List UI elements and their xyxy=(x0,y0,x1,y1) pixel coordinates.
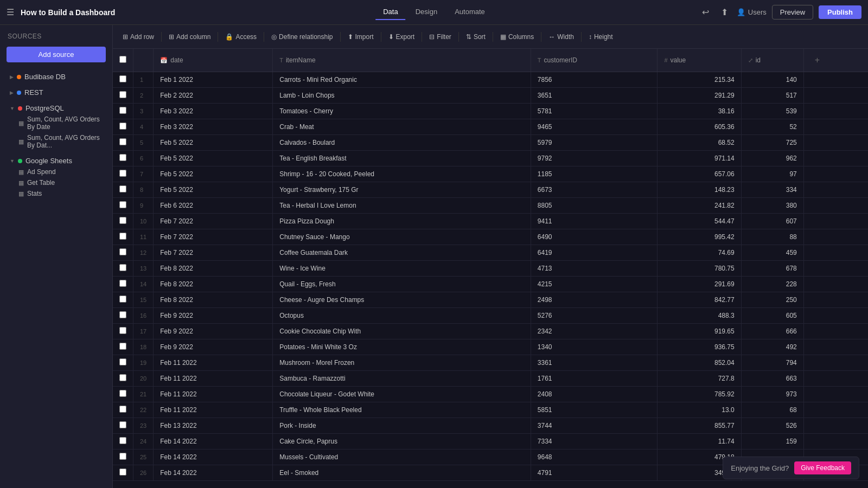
sidebar-item-pg2[interactable]: ▦ Sum, Count, AVG Orders By Dat... xyxy=(7,132,106,151)
row-checkbox-cell[interactable] xyxy=(113,434,133,450)
row-checkbox-cell[interactable] xyxy=(113,277,133,292)
table-row[interactable]: 21 Feb 11 2022 Chocolate Liqueur - Godet… xyxy=(113,387,868,402)
tab-data[interactable]: Data xyxy=(375,4,405,20)
table-row[interactable]: 9 Feb 6 2022 Tea - Herbal I Love Lemon 8… xyxy=(113,198,868,214)
col-id[interactable]: ⤢ id xyxy=(741,49,803,72)
table-wrapper[interactable]: 📅 date T itemName T xyxy=(113,49,868,488)
sidebar-item-adspend[interactable]: ▦ Ad Spend xyxy=(7,166,106,177)
add-source-button[interactable]: Add source xyxy=(7,47,106,62)
sidebar-item-pg1[interactable]: ▦ Sum, Count, AVG Orders By Date xyxy=(7,114,106,132)
col-add[interactable]: + xyxy=(803,49,868,72)
row-checkbox[interactable] xyxy=(119,248,126,255)
row-checkbox-cell[interactable] xyxy=(113,402,133,418)
row-checkbox-cell[interactable] xyxy=(113,72,133,88)
table-row[interactable]: 20 Feb 11 2022 Sambuca - Ramazzotti 1761… xyxy=(113,371,868,387)
row-checkbox[interactable] xyxy=(119,123,126,130)
table-row[interactable]: 23 Feb 13 2022 Pork - Inside 3744 855.77… xyxy=(113,418,868,434)
select-all-checkbox[interactable] xyxy=(119,56,126,63)
table-row[interactable]: 5 Feb 5 2022 Calvados - Boulard 5979 68.… xyxy=(113,135,868,151)
col-customerid[interactable]: T customerID xyxy=(531,49,658,72)
row-checkbox-cell[interactable] xyxy=(113,229,133,245)
table-row[interactable]: 6 Feb 5 2022 Tea - English Breakfast 979… xyxy=(113,151,868,166)
row-checkbox[interactable] xyxy=(119,170,126,177)
row-checkbox[interactable] xyxy=(119,91,126,98)
row-checkbox[interactable] xyxy=(119,154,126,161)
sidebar-item-stats[interactable]: ▦ Stats xyxy=(7,188,106,199)
export-button[interactable]: ⬇ Export xyxy=(384,31,419,43)
row-checkbox-cell[interactable] xyxy=(113,308,133,324)
row-checkbox-cell[interactable] xyxy=(113,324,133,339)
preview-button[interactable]: Preview xyxy=(772,5,813,20)
col-date[interactable]: 📅 date xyxy=(154,49,273,72)
add-row-button[interactable]: ⊞ Add row xyxy=(118,31,158,43)
give-feedback-button[interactable]: Give Feedback xyxy=(794,461,851,474)
row-checkbox[interactable] xyxy=(119,311,126,318)
row-checkbox[interactable] xyxy=(119,233,126,240)
tab-design[interactable]: Design xyxy=(408,4,445,20)
row-checkbox[interactable] xyxy=(119,406,126,413)
col-itemname[interactable]: T itemName xyxy=(273,49,531,72)
row-checkbox-cell[interactable] xyxy=(113,245,133,261)
row-checkbox-cell[interactable] xyxy=(113,104,133,119)
row-checkbox[interactable] xyxy=(119,201,126,208)
row-checkbox-cell[interactable] xyxy=(113,465,133,481)
table-row[interactable]: 19 Feb 11 2022 Mushroom - Morel Frozen 3… xyxy=(113,355,868,371)
row-checkbox-cell[interactable] xyxy=(113,151,133,166)
row-checkbox[interactable] xyxy=(119,185,126,192)
row-checkbox-cell[interactable] xyxy=(113,88,133,104)
table-row[interactable]: 12 Feb 7 2022 Coffee Guatemala Dark 6419… xyxy=(113,245,868,261)
row-checkbox-cell[interactable] xyxy=(113,261,133,277)
row-checkbox-cell[interactable] xyxy=(113,182,133,198)
table-row[interactable]: 16 Feb 9 2022 Octopus 5276 488.3 605 xyxy=(113,308,868,324)
row-checkbox[interactable] xyxy=(119,390,126,397)
menu-icon[interactable]: ☰ xyxy=(7,7,14,17)
import-button[interactable]: ⬆ Import xyxy=(343,31,378,43)
columns-button[interactable]: ▦ Columns xyxy=(496,31,538,43)
row-checkbox[interactable] xyxy=(119,468,126,476)
table-row[interactable]: 14 Feb 8 2022 Quail - Eggs, Fresh 4215 2… xyxy=(113,277,868,292)
sidebar-group-header-budibase[interactable]: ▶ Budibase DB xyxy=(7,71,106,82)
row-checkbox[interactable] xyxy=(119,75,126,82)
users-button[interactable]: 👤 Users xyxy=(737,8,767,16)
row-checkbox[interactable] xyxy=(119,296,126,303)
publish-button[interactable]: Publish xyxy=(819,5,861,19)
sidebar-group-header-postgres[interactable]: ▼ PostgreSQL xyxy=(7,102,106,114)
row-checkbox[interactable] xyxy=(119,421,126,428)
table-row[interactable]: 11 Feb 7 2022 Chutney Sauce - Mango 6490… xyxy=(113,229,868,245)
filter-button[interactable]: ⊟ Filter xyxy=(425,31,456,43)
table-row[interactable]: 15 Feb 8 2022 Cheese - Augre Des Champs … xyxy=(113,292,868,308)
row-checkbox[interactable] xyxy=(119,358,126,365)
row-checkbox[interactable] xyxy=(119,264,126,271)
table-row[interactable]: 4 Feb 3 2022 Crab - Meat 9465 605.36 52 xyxy=(113,119,868,135)
row-checkbox-cell[interactable] xyxy=(113,135,133,151)
height-button[interactable]: ↕ Height xyxy=(584,31,617,43)
row-checkbox-cell[interactable] xyxy=(113,418,133,434)
row-checkbox[interactable] xyxy=(119,107,126,114)
row-checkbox-cell[interactable] xyxy=(113,166,133,182)
row-checkbox[interactable] xyxy=(119,138,126,145)
row-checkbox[interactable] xyxy=(119,280,126,287)
history-icon[interactable]: ↩ xyxy=(699,5,712,20)
table-row[interactable]: 8 Feb 5 2022 Yogurt - Strawberry, 175 Gr… xyxy=(113,182,868,198)
row-checkbox[interactable] xyxy=(119,453,126,460)
sidebar-group-header-sheets[interactable]: ▼ Google Sheets xyxy=(7,155,106,166)
row-checkbox[interactable] xyxy=(119,374,126,381)
row-checkbox[interactable] xyxy=(119,343,126,350)
col-checkbox[interactable] xyxy=(113,49,133,72)
tab-automate[interactable]: Automate xyxy=(447,4,493,20)
row-checkbox-cell[interactable] xyxy=(113,371,133,387)
table-row[interactable]: 24 Feb 14 2022 Cake Circle, Paprus 7334 … xyxy=(113,434,868,450)
row-checkbox-cell[interactable] xyxy=(113,214,133,229)
row-checkbox-cell[interactable] xyxy=(113,450,133,465)
row-checkbox[interactable] xyxy=(119,327,126,334)
table-row[interactable]: 22 Feb 11 2022 Truffle - Whole Black Pee… xyxy=(113,402,868,418)
table-row[interactable]: 1 Feb 1 2022 Carrots - Mini Red Organic … xyxy=(113,72,868,88)
col-value[interactable]: # value xyxy=(658,49,741,72)
row-checkbox-cell[interactable] xyxy=(113,119,133,135)
row-checkbox-cell[interactable] xyxy=(113,387,133,402)
row-checkbox[interactable] xyxy=(119,437,126,444)
row-checkbox[interactable] xyxy=(119,217,126,224)
share-icon[interactable]: ⬆ xyxy=(718,5,731,20)
row-checkbox-cell[interactable] xyxy=(113,198,133,214)
width-button[interactable]: ↔ Width xyxy=(544,31,578,43)
